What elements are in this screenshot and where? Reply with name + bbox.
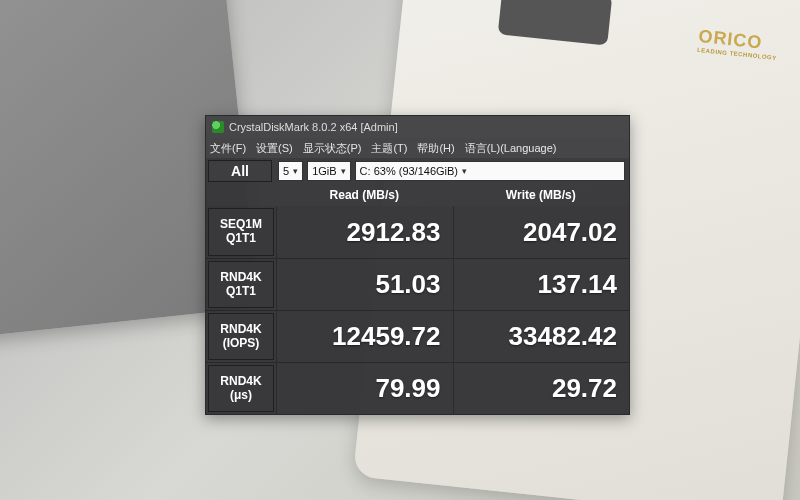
row-label-1: RND4K (220, 271, 261, 285)
result-row: RND4K (IOPS) 12459.72 33482.42 (206, 310, 629, 362)
size-select[interactable]: 1GiB ▾ (307, 161, 350, 181)
runs-select[interactable]: 5 ▾ (278, 161, 303, 181)
menu-language[interactable]: 语言(L)(Language) (465, 141, 557, 156)
rnd4k-us-read-value: 79.99 (276, 363, 453, 414)
chevron-down-icon: ▾ (293, 166, 298, 176)
column-headers: Read (MB/s) Write (MB/s) (206, 184, 629, 206)
window-title: CrystalDiskMark 8.0.2 x64 [Admin] (229, 121, 398, 133)
result-row: RND4K (μs) 79.99 29.72 (206, 362, 629, 414)
size-value: 1GiB (312, 165, 336, 177)
result-row: SEQ1M Q1T1 2912.83 2047.02 (206, 206, 629, 258)
test-rnd4k-iops-button[interactable]: RND4K (IOPS) (208, 313, 274, 360)
crystaldiskmark-window: CrystalDiskMark 8.0.2 x64 [Admin] 文件(F) … (205, 115, 630, 415)
rnd4k-read-value: 51.03 (276, 259, 453, 310)
chevron-down-icon: ▾ (462, 166, 467, 176)
menu-file[interactable]: 文件(F) (210, 141, 246, 156)
control-selects: 5 ▾ 1GiB ▾ C: 63% (93/146GiB) ▾ (274, 158, 629, 184)
test-seq1m-q1t1-button[interactable]: SEQ1M Q1T1 (208, 208, 274, 256)
app-icon (212, 121, 224, 133)
menu-theme[interactable]: 主题(T) (371, 141, 407, 156)
test-rnd4k-latency-button[interactable]: RND4K (μs) (208, 365, 274, 412)
chevron-down-icon: ▾ (341, 166, 346, 176)
menu-settings[interactable]: 设置(S) (256, 141, 293, 156)
row-label-2: (IOPS) (223, 337, 260, 351)
runs-value: 5 (283, 165, 289, 177)
row-label-2: Q1T1 (226, 285, 256, 299)
rnd4k-us-write-value: 29.72 (453, 363, 630, 414)
seq1m-write-value: 2047.02 (453, 206, 630, 258)
menu-profile[interactable]: 显示状态(P) (303, 141, 362, 156)
test-rnd4k-q1t1-button[interactable]: RND4K Q1T1 (208, 261, 274, 308)
row-label-1: RND4K (220, 323, 261, 337)
controls-row: All 5 ▾ 1GiB ▾ C: 63% (93/146GiB) ▾ (206, 158, 629, 184)
row-label-2: (μs) (230, 389, 252, 403)
row-label-1: RND4K (220, 375, 261, 389)
run-all-button[interactable]: All (208, 160, 272, 182)
header-read: Read (MB/s) (276, 188, 453, 202)
drive-select[interactable]: C: 63% (93/146GiB) ▾ (355, 161, 625, 181)
menu-help[interactable]: 帮助(H) (417, 141, 454, 156)
result-row: RND4K Q1T1 51.03 137.14 (206, 258, 629, 310)
header-write: Write (MB/s) (453, 188, 630, 202)
drive-value: C: 63% (93/146GiB) (360, 165, 458, 177)
rnd4k-write-value: 137.14 (453, 259, 630, 310)
seq1m-read-value: 2912.83 (276, 206, 453, 258)
row-label-2: Q1T1 (226, 232, 256, 246)
menubar: 文件(F) 设置(S) 显示状态(P) 主题(T) 帮助(H) 语言(L)(La… (206, 138, 629, 158)
rnd4k-iops-read-value: 12459.72 (276, 311, 453, 362)
row-label-1: SEQ1M (220, 218, 262, 232)
titlebar[interactable]: CrystalDiskMark 8.0.2 x64 [Admin] (206, 116, 629, 138)
rnd4k-iops-write-value: 33482.42 (453, 311, 630, 362)
